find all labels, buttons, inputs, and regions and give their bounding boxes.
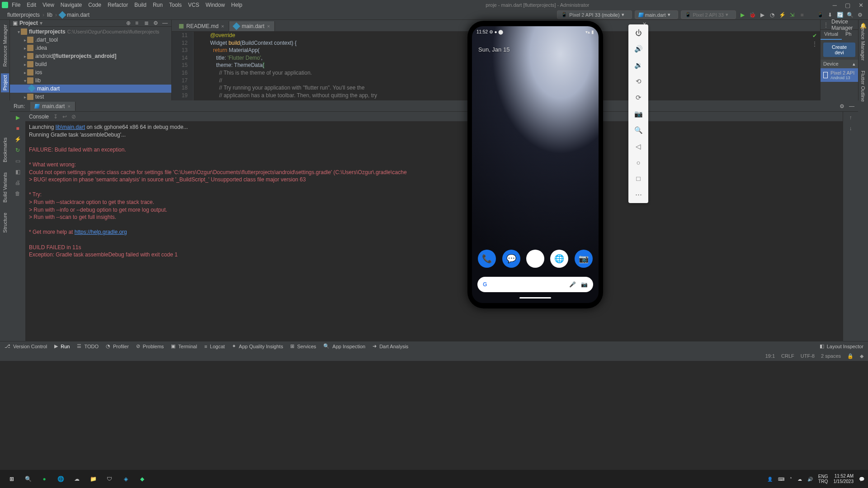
search-button[interactable]: 🔍	[20, 471, 36, 487]
mic-icon[interactable]: 🎤	[569, 281, 576, 288]
collapse-icon[interactable]: ≣	[144, 20, 151, 26]
tool-layout-inspector[interactable]: ◧Layout Inspector	[820, 343, 863, 349]
debug-icon[interactable]: 🐞	[749, 11, 756, 19]
close-icon[interactable]: ×	[67, 104, 70, 109]
lens-icon[interactable]: 📷	[581, 281, 588, 288]
rerun-icon[interactable]: ▶	[16, 114, 20, 121]
chrome-icon[interactable]: 🌐	[550, 250, 568, 268]
windows-taskbar[interactable]: ⊞ 🔍 ● 🌐 ☁ 📁 🛡 ◈ ◆ 👤 ⌨ ˄ ☁ 🔊 ENGTRQ 11:52…	[0, 470, 868, 488]
indent[interactable]: 2 spaces	[821, 353, 841, 359]
tab-virtual[interactable]: Virtual	[821, 30, 842, 40]
menu-build[interactable]: Build	[134, 2, 146, 8]
language-indicator[interactable]: ENGTRQ	[818, 474, 828, 484]
tree-root[interactable]: ▾flutterprojectsC:\Users\Ozgur\Documents…	[10, 28, 171, 36]
run-settings-icon[interactable]: ⚙	[840, 103, 844, 109]
search-icon[interactable]: 🔍	[846, 11, 854, 19]
hot-reload-icon[interactable]: ⚡	[14, 136, 21, 142]
soft-wrap-icon[interactable]: ↩	[62, 114, 67, 120]
layout-icon[interactable]: ▭	[15, 158, 20, 164]
spotify-icon[interactable]: ●	[36, 471, 52, 487]
weather-icon[interactable]: ☁	[69, 471, 85, 487]
console-tab[interactable]: Console	[29, 114, 49, 120]
encoding[interactable]: UTF-8	[801, 353, 815, 359]
tool-resource-manager[interactable]: Resource Manager	[2, 23, 8, 69]
menu-tools[interactable]: Tools	[169, 2, 182, 8]
tool-run[interactable]: ▶Run	[54, 343, 70, 349]
volume-down-icon[interactable]: 🔉	[634, 61, 643, 69]
editor-tab[interactable]: main.dart×	[229, 21, 275, 31]
close-icon[interactable]: ✕	[859, 2, 863, 9]
power-icon[interactable]: ⏻	[635, 29, 642, 37]
up-icon[interactable]: ↑	[849, 114, 852, 121]
device-row[interactable]: Pixel 2 API Android 13	[821, 68, 858, 82]
tree-item[interactable]: ▸ios	[10, 68, 171, 76]
project-tree[interactable]: ▾flutterprojectsC:\Users\Ozgur\Documents…	[10, 27, 171, 110]
app-icon[interactable]: 🛡	[101, 471, 118, 487]
tool-build-variants[interactable]: Build Variants	[2, 171, 8, 204]
attach-icon[interactable]: ⇲	[788, 11, 796, 19]
tool-project[interactable]: Project	[1, 73, 9, 92]
sdk-icon[interactable]: ⬇	[826, 11, 834, 19]
coverage-icon[interactable]: ▶	[759, 11, 766, 19]
tool-app-quality-insights[interactable]: ✦App Quality Insights	[232, 343, 283, 349]
emulator-window[interactable]: — ✕ 11:52 ⚙ ● ⬤ ▾▴ ▮ Sun, Jan 15 📞 💬 ▶ 🌐…	[463, 21, 626, 310]
tree-item[interactable]: ▸build	[10, 60, 171, 68]
more-icon[interactable]: ⋯	[635, 190, 642, 199]
settings-icon[interactable]: ⚙	[856, 11, 863, 19]
menu-navigate[interactable]: Navigate	[61, 2, 82, 8]
tray-chevron-icon[interactable]: ˄	[790, 477, 792, 482]
tool-version-control[interactable]: ⎇Version Control	[5, 343, 47, 349]
hot-reload-icon[interactable]: ⚡	[778, 11, 786, 19]
sync-icon[interactable]: 🔄	[836, 11, 844, 19]
rotate-right-icon[interactable]: ⟳	[636, 94, 642, 102]
screenshot-icon[interactable]: 📷	[634, 110, 643, 118]
tool-profiler[interactable]: ◔Profiler	[106, 343, 129, 349]
menu-window[interactable]: Window	[206, 2, 225, 8]
tree-item[interactable]: ▸.dart_tool	[10, 36, 171, 44]
tab-physical[interactable]: Ph	[842, 30, 855, 40]
tree-item[interactable]: ▾lib	[10, 76, 171, 85]
rotate-left-icon[interactable]: ⟲	[636, 77, 642, 85]
caret-position[interactable]: 19:1	[765, 353, 775, 359]
ime-icon[interactable]: ⌨	[778, 477, 784, 482]
clock[interactable]: 11:52 AM 1/15/2023	[834, 474, 854, 484]
volume-up-icon[interactable]: 🔊	[634, 45, 643, 53]
messages-app-icon[interactable]: 💬	[502, 250, 520, 268]
run-config-selector[interactable]: main.dart ▾	[635, 10, 678, 19]
volume-icon[interactable]: 🔊	[807, 477, 813, 482]
phone-app-icon[interactable]: 📞	[478, 250, 496, 268]
tool-terminal[interactable]: ▣Terminal	[171, 343, 197, 349]
delete-icon[interactable]: 🗑	[15, 190, 20, 197]
hide-icon[interactable]: —	[162, 20, 169, 26]
overview-icon[interactable]: □	[636, 175, 640, 182]
vscode-icon[interactable]: ◈	[118, 471, 134, 487]
tool-todo[interactable]: ☰TODO	[77, 343, 99, 349]
menu-file[interactable]: File	[12, 2, 20, 8]
tool-logcat[interactable]: ≡Logcat	[204, 344, 225, 349]
run-icon[interactable]: ▶	[739, 11, 746, 19]
android-studio-task-icon[interactable]: ◆	[134, 471, 150, 487]
phone-screen[interactable]: 11:52 ⚙ ● ⬤ ▾▴ ▮ Sun, Jan 15 📞 💬 ▶ 🌐 📷 G…	[472, 26, 599, 303]
tool-services[interactable]: ⊞Services	[290, 343, 316, 349]
tree-item[interactable]: main.dart	[10, 85, 171, 93]
nav-handle[interactable]	[519, 297, 551, 298]
locate-icon[interactable]: ⊕	[126, 20, 132, 26]
clear-icon[interactable]: ⊘	[71, 114, 76, 120]
start-button[interactable]: ⊞	[4, 471, 20, 487]
target-selector[interactable]: 📱 Pixel 2 API 33 ▾	[681, 10, 736, 19]
reader-mode-icon[interactable]: ⋮	[812, 41, 817, 47]
editor-tab[interactable]: README.md×	[175, 21, 229, 31]
notification-center-icon[interactable]: 💬	[859, 477, 864, 482]
minimize-icon[interactable]: ─	[833, 2, 837, 9]
menu-vcs[interactable]: VCS	[188, 2, 199, 8]
back-icon[interactable]: ◁	[636, 142, 641, 151]
maximize-icon[interactable]: ▢	[845, 2, 850, 9]
tool-structure[interactable]: Structure	[2, 211, 8, 235]
tree-item[interactable]: ▸.idea	[10, 44, 171, 52]
menu-refactor[interactable]: Refactor	[108, 2, 128, 8]
down-icon[interactable]: ↓	[849, 125, 852, 132]
avd-icon[interactable]: 📱	[816, 11, 824, 19]
zoom-icon[interactable]: 🔍	[634, 126, 643, 134]
line-ending[interactable]: CRLF	[781, 353, 794, 359]
menu-code[interactable]: Code	[88, 2, 101, 8]
